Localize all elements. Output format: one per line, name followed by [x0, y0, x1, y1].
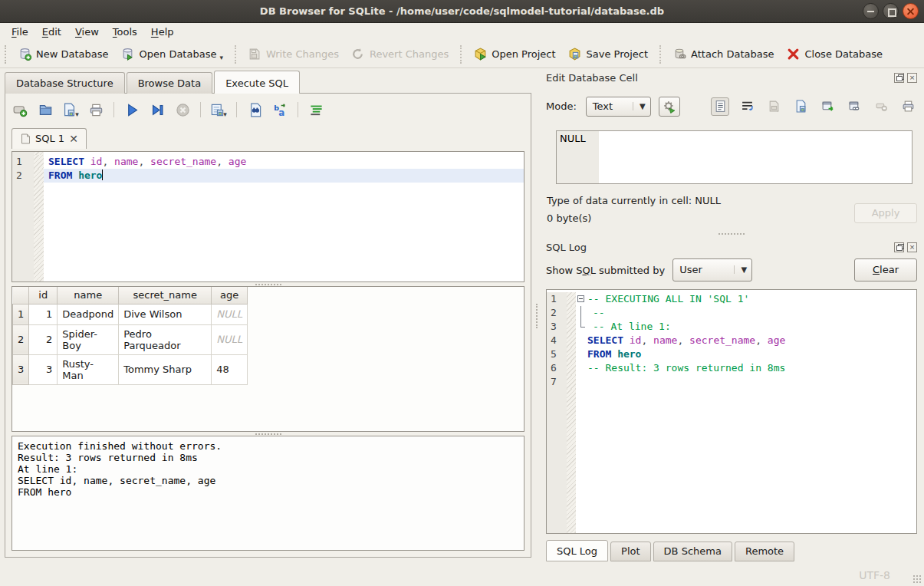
chevron-down-icon: ▼ — [734, 265, 747, 274]
cell-size-info: 0 byte(s) — [547, 212, 591, 224]
log-line: 5 FROM hero — [547, 347, 916, 361]
maximize-button[interactable] — [883, 3, 899, 19]
menu-tools[interactable]: Tools — [106, 24, 144, 40]
message-line: FROM hero — [18, 486, 518, 498]
new-sql-tab-button[interactable] — [12, 101, 28, 118]
close-database-button[interactable]: Close Database — [780, 44, 889, 64]
tab-sql-log[interactable]: SQL Log — [546, 540, 608, 561]
submitted-by-select[interactable]: User ▼ — [672, 258, 752, 281]
stop-button[interactable] — [174, 101, 191, 118]
table-row[interactable]: 2 2 Spider-Boy Pedro Parqueador NULL — [13, 324, 248, 354]
apply-button[interactable]: Apply — [854, 203, 917, 223]
close-dock-button[interactable]: × — [907, 242, 917, 252]
sql-editor[interactable]: 1 SELECT id, name, secret_name, age 2 FR… — [12, 151, 524, 282]
open-sql-file-button[interactable] — [37, 101, 54, 118]
write-changes-button[interactable]: Write Changes — [242, 44, 345, 64]
open-project-button[interactable]: Open Project — [467, 44, 561, 64]
save-results-button[interactable]: ▾ — [210, 101, 227, 118]
open-database-button[interactable]: Open Database ▾ — [115, 44, 229, 64]
import-data-icon[interactable] — [765, 97, 783, 116]
write-changes-icon — [248, 48, 261, 61]
sql-doc-tab[interactable]: SQL 1 ✕ — [12, 128, 87, 149]
edit-cell-dock-title: Edit Database Cell — [546, 72, 638, 84]
table-row[interactable]: 1 1 Deadpond Dive Wilson NULL — [13, 304, 248, 324]
message-line: SELECT id, name, secret_name, age — [18, 475, 518, 486]
execution-message-box[interactable]: Execution finished without errors. Resul… — [12, 436, 524, 551]
clear-log-button[interactable]: Clear — [854, 258, 917, 281]
save-project-button[interactable]: Save Project — [562, 44, 655, 64]
mode-select[interactable]: Text ▼ — [586, 97, 651, 117]
execute-sql-pane: ▾ ▾ ba SQL 1 ✕ — [5, 93, 531, 558]
left-panel: Database Structure Browse Data Execute S… — [0, 68, 534, 564]
editor-line-2-current: 2 FROM hero — [12, 169, 524, 183]
editor-line-1: 1 SELECT id, name, secret_name, age — [12, 155, 524, 169]
toolbar-handle[interactable] — [5, 45, 9, 64]
print-button[interactable] — [87, 101, 104, 118]
message-line: At line 1: — [18, 463, 518, 475]
export-data-icon[interactable] — [791, 97, 810, 116]
cell-type-info: Type of data currently in cell: NULL — [547, 195, 721, 206]
tab-remote[interactable]: Remote — [735, 542, 794, 561]
menu-view[interactable]: View — [68, 24, 106, 40]
cell-value-editor[interactable]: NULL — [556, 130, 912, 184]
save-sql-dropdown-arrow[interactable]: ▾ — [75, 110, 79, 118]
save-results-dropdown-arrow[interactable]: ▾ — [223, 110, 227, 118]
tab-execute-sql[interactable]: Execute SQL — [214, 71, 300, 94]
chevron-down-icon: ▼ — [633, 102, 646, 110]
format-sql-button[interactable] — [307, 101, 324, 118]
open-database-dropdown-arrow[interactable]: ▾ — [219, 54, 223, 61]
results-area: id name secret_name age 1 1 Deadpond Div… — [12, 286, 524, 432]
set-null-icon[interactable] — [872, 97, 890, 116]
tab-db-schema[interactable]: DB Schema — [653, 542, 732, 561]
table-row[interactable]: 3 3 Rusty-Man Tommy Sharp 48 — [13, 354, 248, 384]
log-line: 2 -- — [547, 306, 916, 320]
execute-all-button[interactable] — [123, 101, 140, 118]
tab-browse-data[interactable]: Browse Data — [127, 72, 213, 94]
minimize-button[interactable] — [863, 3, 879, 19]
attach-database-button[interactable]: Attach Database — [666, 44, 780, 64]
results-header-row: id name secret_name age — [13, 287, 248, 304]
close-dock-button[interactable]: × — [907, 73, 917, 83]
revert-changes-button[interactable]: Revert Changes — [345, 44, 455, 64]
log-line: 3 -- At line 1: — [547, 320, 916, 334]
main-toolbar: New Database Open Database ▾ Write Chang… — [0, 41, 924, 68]
log-line: 1 -- EXECUTING ALL IN 'SQL 1' — [547, 292, 916, 306]
cell-value: NULL — [557, 131, 599, 183]
menu-edit[interactable]: Edit — [35, 24, 68, 40]
gear-icon — [663, 100, 676, 114]
tab-plot[interactable]: Plot — [610, 542, 651, 561]
sql-log-dock-titlebar: SQL Log × — [546, 240, 917, 254]
filter-label: Show SQL submitted by — [546, 265, 665, 276]
save-project-icon — [568, 48, 582, 61]
close-window-button[interactable] — [903, 3, 919, 19]
encoding-indicator[interactable]: UTF-8 — [859, 569, 890, 581]
print-cell-icon[interactable] — [899, 97, 917, 116]
menu-file[interactable]: File — [5, 24, 35, 40]
results-table[interactable]: id name secret_name age 1 1 Deadpond Div… — [12, 287, 248, 385]
sql-log-dock-title: SQL Log — [546, 242, 587, 253]
word-wrap-icon[interactable] — [738, 97, 756, 116]
message-line: Execution finished without errors. — [18, 440, 518, 452]
menu-help[interactable]: Help — [144, 24, 181, 40]
fold-collapse-icon[interactable] — [577, 295, 584, 302]
save-sql-file-button[interactable]: ▾ — [62, 101, 79, 118]
find-button[interactable] — [246, 101, 263, 118]
text-mode-icon[interactable] — [711, 97, 729, 116]
log-line: 6 -- Result: 3 rows returned in 8ms — [547, 361, 916, 375]
attach-database-icon — [672, 48, 686, 61]
tab-database-structure[interactable]: Database Structure — [5, 72, 125, 94]
float-dock-button[interactable] — [894, 73, 904, 83]
find-replace-button[interactable]: ba — [271, 101, 288, 118]
resize-grip[interactable] — [912, 574, 922, 584]
window-titlebar: DB Browser for SQLite - /home/user/code/… — [0, 0, 924, 23]
float-dock-button[interactable] — [894, 242, 904, 252]
sql-log-view[interactable]: 1 -- EXECUTING ALL IN 'SQL 1' 2 -- 3 -- … — [546, 289, 917, 534]
dock-splitter[interactable] — [546, 232, 917, 235]
execute-current-line-button[interactable] — [149, 101, 166, 118]
open-external-icon[interactable] — [818, 97, 837, 116]
auto-apply-settings-button[interactable] — [659, 97, 680, 117]
copy-link-icon[interactable] — [845, 97, 863, 116]
edit-cell-dock-titlebar: Edit Database Cell × — [546, 71, 917, 84]
close-sql-tab-icon[interactable]: ✕ — [69, 135, 78, 143]
new-database-button[interactable]: New Database — [12, 44, 115, 64]
